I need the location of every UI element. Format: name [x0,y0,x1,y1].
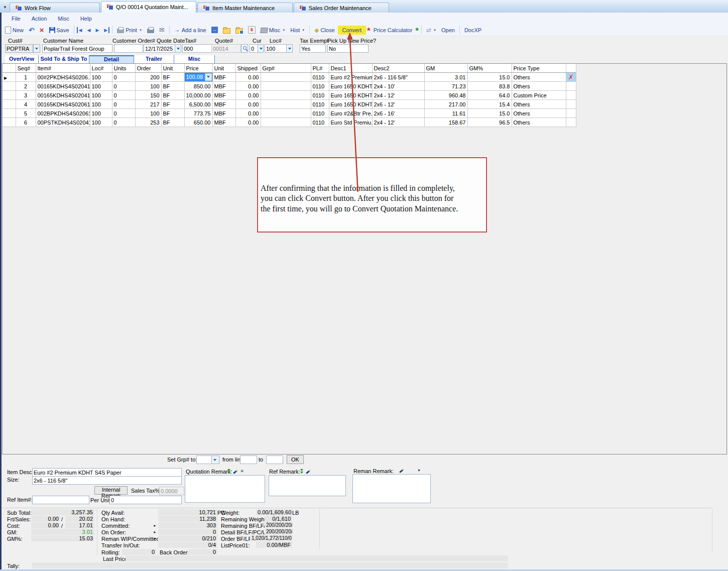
cur-field[interactable] [250,44,258,53]
misc-dropdown-icon[interactable]: ▼ [282,29,285,32]
grid-cell[interactable]: 4 [16,100,36,109]
price-calculator-button[interactable]: Price Calculator [372,26,415,34]
grid-cell[interactable]: 64.0 [467,91,512,100]
grid-cell[interactable]: 2x4 - 12' [372,118,424,127]
row-selector[interactable] [3,91,16,100]
row-delete-cell[interactable] [566,91,576,100]
tab-quotation-maintenance[interactable]: Q/O 00014 Quotation Maint... X [101,1,196,13]
open-button[interactable]: Open [439,26,457,34]
tab-list-dropdown-icon[interactable]: ▼ [2,5,9,10]
folder-calc-button[interactable] [233,26,245,35]
grid-cell[interactable]: 2 [16,82,36,91]
edit-pencil-icon[interactable] [306,470,311,474]
grid-cell[interactable]: MBF [212,118,235,127]
grid-cell[interactable]: 0110 [311,82,329,91]
print-button[interactable]: Print▼ [115,26,144,34]
grid-cell[interactable]: 2x6 - 12' [372,100,424,109]
grid-column-header[interactable]: Unit [161,64,184,73]
grid-cell[interactable]: 0 [112,118,135,127]
grid-cell[interactable]: 0.00 [235,100,261,109]
grid-cell[interactable]: 217.00 [424,100,467,109]
drilldown-icon[interactable]: ► [153,537,157,540]
grid-cell[interactable]: 6,500.00 [184,100,212,109]
grid-cell[interactable]: 200 [135,73,161,82]
grid-cell[interactable]: 3 [16,91,36,100]
tab-overview[interactable]: OverView [5,55,39,63]
drilldown-icon[interactable]: ► [153,524,157,527]
grid-cell[interactable]: Euro #2&Btr Pre... [329,109,372,118]
grid-cell[interactable]: 0110 [311,109,329,118]
grid-cell[interactable]: 100 [90,91,112,100]
edit-pencil-icon[interactable] [233,470,238,474]
tab-sold-to-ship-to[interactable]: Sold To & Ship To [39,55,89,63]
grid-cell[interactable]: Custom Price [512,91,566,100]
grid-cell[interactable]: 15.4 [467,100,512,109]
grid-cell[interactable]: 5 [16,109,36,118]
notes-button[interactable] [221,26,232,35]
grid-cell[interactable] [261,109,311,118]
grid-cell[interactable]: Others [512,109,566,118]
grid-cell[interactable]: Others [512,82,566,91]
grid-cell[interactable]: MBF [212,91,235,100]
grid-cell[interactable]: MBF [212,82,235,91]
row-selector[interactable]: ▶ [3,73,16,82]
refresh-dropdown-icon[interactable]: ▼ [433,29,436,32]
grid-cell[interactable]: Others [512,73,566,82]
grid-cell[interactable]: 158.67 [424,118,467,127]
grid-cell[interactable] [261,73,311,82]
grid-cell[interactable] [261,100,311,109]
grid-cell[interactable]: Others [512,100,566,109]
grid-cell[interactable]: 0.00 [235,109,261,118]
grid-column-header[interactable]: Unit [212,64,235,73]
grid-cell[interactable]: 00165KDHS4S020412 [36,91,90,100]
sales-tax-field[interactable] [159,487,184,495]
hist-button[interactable]: Hist▼ [288,26,307,34]
docxp-button[interactable]: DocXP [462,26,483,34]
row-delete-cell[interactable] [566,118,576,127]
tax-exempt-field[interactable] [300,44,326,53]
grid-cell[interactable]: 0 [112,82,135,91]
drilldown-icon[interactable]: ► [153,530,157,534]
to-line-input[interactable] [266,455,283,464]
grid-cell[interactable]: 1 [16,73,36,82]
tab-detail[interactable]: Detail [89,55,134,63]
set-grp-ok-button[interactable]: OK [287,455,304,464]
grid-cell[interactable]: 2x4 - 10' [372,82,424,91]
grid-cell[interactable]: 0.00 [235,82,261,91]
grid-column-header[interactable]: Item# [36,64,90,73]
set-grp-dropdown[interactable] [211,455,219,464]
menu-action[interactable]: Action [26,14,53,23]
cust-field[interactable] [5,44,33,53]
grid-cell[interactable]: 100 [90,109,112,118]
grid-cell[interactable]: 0110 [311,91,329,100]
row-delete-cell[interactable] [566,100,576,109]
grid-cell[interactable] [261,91,311,100]
ref-item-field[interactable] [32,496,89,504]
grid-cell[interactable]: 3.01 [424,73,467,82]
grid-column-header[interactable] [566,64,576,73]
grid-cell[interactable]: BF [161,109,184,118]
menu-misc[interactable]: Misc [52,14,75,23]
reman-remark-textarea[interactable] [352,474,431,503]
grid-cell[interactable]: 0.00 [235,91,261,100]
grid-column-header[interactable]: Loc# [90,64,112,73]
tab-misc[interactable]: Misc [174,55,215,63]
grid-cell[interactable]: 100 [135,109,161,118]
grid-cell[interactable]: 100 [90,118,112,127]
row-selector[interactable] [3,118,16,127]
price-editor[interactable]: 100.08 [185,73,212,81]
grid-cell[interactable]: 2x6 - 116 5/8" [372,73,424,82]
grid-cell[interactable]: BF [161,118,184,127]
grid-cell[interactable]: 00165KDHS4S020410 [36,82,90,91]
grid-cell[interactable]: MBF [212,100,235,109]
tax-field[interactable] [182,44,212,53]
expand-arrows-icon[interactable] [300,469,304,474]
grid-cell[interactable]: 10,000.00 [184,91,212,100]
grid-cell[interactable]: 150 [135,91,161,100]
last-record-button[interactable]: ▶ [102,27,109,33]
cust-dropdown[interactable] [33,44,40,53]
grid-cell[interactable]: Euro #2 Premium... [329,73,372,82]
previous-record-button[interactable]: ◀ [85,27,93,33]
grid-cell[interactable]: 0 [112,100,135,109]
convert-button[interactable]: Convert [338,26,367,35]
